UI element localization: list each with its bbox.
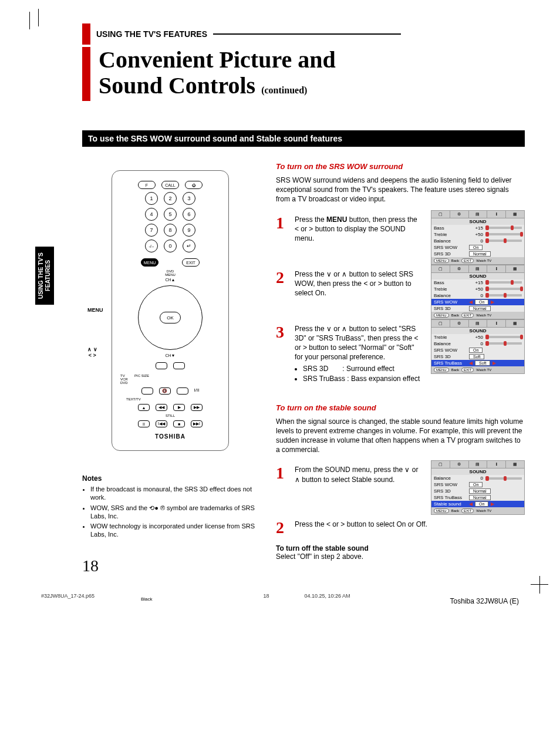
osd-screenshot-3: ▢⚙▤⫿▦SOUNDTreble+50Balance0SRS WOWOnSRS … xyxy=(431,319,525,374)
remote-exit-button: EXIT xyxy=(182,258,200,267)
footer-timestamp: 04.10.25, 10:26 AM xyxy=(305,593,350,599)
notes-block: Notes If the broadcast is monaural, the … xyxy=(82,474,258,539)
footer-file: #32JW8UA_17-24.p65 xyxy=(41,593,95,599)
remote-ok-button: OK xyxy=(160,312,181,323)
accent-bar-small xyxy=(82,23,90,45)
remote-call-button: CALL xyxy=(161,181,179,189)
footer-page: 18 xyxy=(263,593,269,599)
turnoff-block: To turn off the stable sound Select "Off… xyxy=(276,544,525,561)
osd-screenshot-1: ▢⚙▤⫿▦SOUNDBass+15Treble+50Balance0SRS WO… xyxy=(431,210,525,265)
step-number: 1 xyxy=(276,465,289,481)
crop-mark-br xyxy=(531,584,548,602)
remote-brand: TOSHIBA xyxy=(120,433,220,440)
accent-bar-large xyxy=(82,47,90,101)
model-label: Toshiba 32JW8UA (E) xyxy=(450,597,519,605)
osd-screenshot-2: ▢⚙▤⫿▦SOUNDBass+15Treble+50Balance0SRS WO… xyxy=(431,265,525,319)
notes-heading: Notes xyxy=(82,474,258,483)
step-text: Press the < or > button to select On or … xyxy=(295,520,525,529)
remote-menu-button: MENU xyxy=(141,258,158,267)
note-item: WOW technology is incorporated under lic… xyxy=(90,522,258,539)
note-item: WOW, SRS and the ⟲● ® symbol are tradema… xyxy=(90,504,258,521)
side-tab: USING THE TV'SFEATURES xyxy=(35,247,54,305)
page-title: Convenient Picture and Sound Controls (c… xyxy=(99,47,336,101)
section-heading: To use the SRS WOW surround sound and St… xyxy=(82,130,525,147)
step-number: 1 xyxy=(276,215,289,231)
remote-f-button: F xyxy=(138,181,156,189)
remote-power-button: ⏻ xyxy=(185,181,203,189)
step-text: Press the MENU button, then press the < … xyxy=(295,215,423,244)
kicker: USING THE TV'S FEATURES xyxy=(96,29,207,39)
page-number: 18 xyxy=(82,557,258,575)
step-number: 3 xyxy=(276,324,289,341)
subheading-stable: To turn on the stable sound xyxy=(276,403,525,412)
remote-callout-arrows: ∧ ∨< > xyxy=(87,347,97,359)
step-text: Press the ∨ or ∧ button to select "SRS 3… xyxy=(295,324,423,383)
remote-illustration: MENU ∧ ∨< > F CALL ⏻ 123 456 789 -/--0↵ … xyxy=(112,170,229,451)
crop-mark-tl xyxy=(29,12,47,29)
divider xyxy=(213,33,401,35)
step-text: From the SOUND menu, press the ∨ or ∧ bu… xyxy=(295,465,423,484)
note-item: If the broadcast is monaural, the SRS 3D… xyxy=(90,485,258,502)
osd-screenshot-4: ▢⚙▤⫿▦SOUNDBalance0SRS WOWOnSRS 3DNormalS… xyxy=(431,460,525,515)
subheading-srs: To turn on the SRS WOW surround xyxy=(276,162,525,171)
step-number: 2 xyxy=(276,520,289,536)
srs-intro: SRS WOW surround widens and deepens the … xyxy=(276,176,525,204)
stable-intro: When the signal source is changed, the s… xyxy=(276,417,525,455)
remote-dpad: OK xyxy=(138,285,203,350)
step-text: Press the ∨ or ∧ button to select SRS WO… xyxy=(295,269,423,298)
remote-callout-menu: MENU xyxy=(87,307,103,313)
step-number: 2 xyxy=(276,269,289,286)
